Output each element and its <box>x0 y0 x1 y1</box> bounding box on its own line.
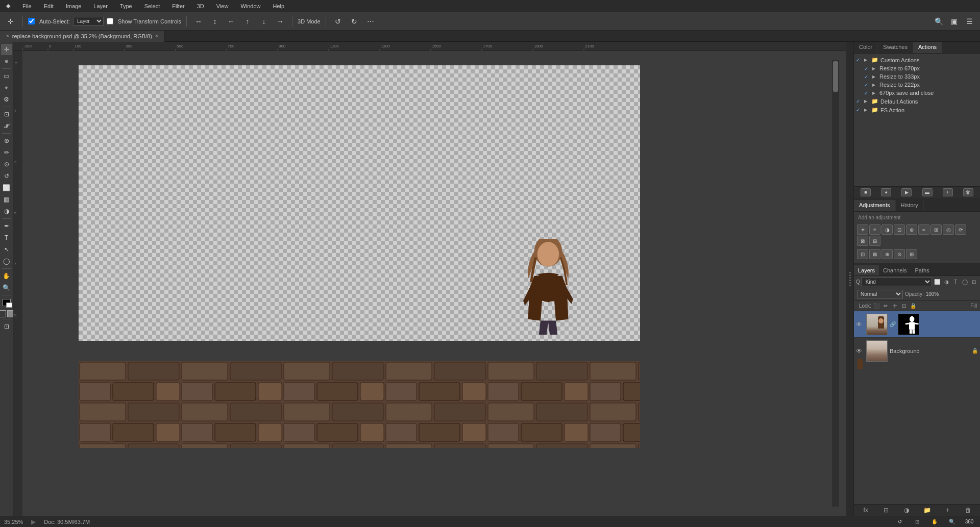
tab-color[interactable]: Color <box>854 42 878 53</box>
adj-color-balance[interactable]: ⊞ <box>930 224 942 235</box>
undo-btn[interactable]: ↺ <box>331 15 345 28</box>
background-color[interactable] <box>6 303 12 308</box>
action-group-fs-header[interactable]: ✓ ▶ 📁 FS Action <box>854 106 980 114</box>
actions-new-action-btn[interactable]: + <box>943 188 953 196</box>
adj-vibrance[interactable]: ⊕ <box>906 224 917 235</box>
align-right-btn[interactable]: ← <box>225 15 238 28</box>
menu-edit[interactable]: Edit <box>42 2 56 10</box>
tab-layers[interactable]: Layers <box>854 265 879 275</box>
menu-3d[interactable]: 3D <box>195 2 206 10</box>
menu-view[interactable]: View <box>214 2 231 10</box>
shape-tool[interactable]: ◯ <box>1 256 12 267</box>
tab-paths[interactable]: Paths <box>911 265 934 275</box>
filter-adj-btn[interactable]: ◑ <box>942 278 950 286</box>
actions-stop-btn[interactable]: ■ <box>861 188 871 196</box>
arrange-btn[interactable]: ▣ <box>947 15 961 28</box>
tab-adjustments[interactable]: Adjustments <box>854 200 896 211</box>
doc-tab-close-x[interactable]: × <box>6 33 9 39</box>
adj-curves[interactable]: ◑ <box>881 224 893 235</box>
fx-btn[interactable]: fx <box>861 506 871 514</box>
quick-mask-off[interactable] <box>0 310 6 317</box>
adj-bw[interactable]: ◎ <box>943 224 954 235</box>
action-resize-670[interactable]: ✓ ▶ Resize to 670px <box>854 64 980 72</box>
status-expand-arrow[interactable]: ▶ <box>31 518 36 525</box>
crop-tool[interactable]: ⊡ <box>1 109 12 120</box>
eraser-tool[interactable]: ⬜ <box>1 182 12 193</box>
lock-paint-btn[interactable]: ✏ <box>881 302 890 310</box>
menu-ps[interactable]: ◆ <box>4 2 12 10</box>
filter-type-btn[interactable]: T <box>951 278 960 286</box>
show-transform-checkbox[interactable] <box>107 18 113 24</box>
gradient-tool[interactable]: ▦ <box>1 194 12 205</box>
menu-type[interactable]: Type <box>118 2 134 10</box>
menu-help[interactable]: Help <box>271 2 287 10</box>
adj-channel-mixer[interactable]: ⊠ <box>857 236 868 246</box>
blend-mode-select[interactable]: Normal Multiply Screen Overlay <box>857 290 903 298</box>
tab-history[interactable]: History <box>896 200 924 211</box>
adj-selective-color[interactable]: ⊞ <box>906 249 917 259</box>
screen-mode[interactable]: ⊡ <box>1 321 12 332</box>
canvas-viewport[interactable] <box>22 60 839 516</box>
workspace-btn[interactable]: ☰ <box>963 15 976 28</box>
dodge-tool[interactable]: ◑ <box>1 206 12 217</box>
align-bottom-btn[interactable]: → <box>274 15 287 28</box>
tab-actions[interactable]: Actions <box>913 42 942 53</box>
action-670-save-close[interactable]: ✓ ▶ 670px save and close <box>854 89 980 97</box>
artboard-tool[interactable]: ⊕ <box>1 56 12 67</box>
layer-item-background[interactable]: 👁 Background 🔒 <box>854 338 980 364</box>
auto-select-checkbox[interactable] <box>28 18 35 24</box>
new-layer-btn[interactable]: + <box>943 506 953 514</box>
layer-1-eye[interactable]: 👁 <box>856 321 864 328</box>
canvas-scroll[interactable]: 0 1 3 5 7 9 <box>13 51 846 516</box>
align-mid-btn[interactable]: ↓ <box>257 15 271 28</box>
history-brush-tool[interactable]: ↺ <box>1 170 12 182</box>
actions-delete-btn[interactable]: 🗑 <box>963 188 973 196</box>
extras-btn[interactable]: ⋯ <box>364 15 377 28</box>
new-fill-adj-btn[interactable]: ◑ <box>901 506 912 514</box>
adj-gradient-map[interactable]: ⊙ <box>894 249 905 259</box>
status-hand-btn[interactable]: ✋ <box>928 515 941 528</box>
filter-smart-btn[interactable]: ⊡ <box>970 278 978 286</box>
delete-layer-btn[interactable]: 🗑 <box>963 506 973 514</box>
filter-pixel-btn[interactable]: ⬜ <box>933 278 941 286</box>
select-rect-tool[interactable]: ▭ <box>1 70 12 82</box>
background-eye[interactable]: 👁 <box>856 347 864 355</box>
foreground-color[interactable] <box>3 299 11 306</box>
pen-tool[interactable]: ✒ <box>1 220 12 232</box>
quick-select-tool[interactable]: ⚙ <box>1 94 12 105</box>
redo-btn[interactable]: ↻ <box>348 15 361 28</box>
action-resize-222[interactable]: ✓ ▶ Resize to 222px <box>854 81 980 89</box>
adj-invert[interactable]: ⊡ <box>857 249 868 259</box>
doc-tab[interactable]: × replace background.psd @ 35.2% (Backgr… <box>0 31 165 42</box>
adj-hue-sat[interactable]: ≈ <box>918 224 929 235</box>
menu-file[interactable]: File <box>20 2 34 10</box>
menu-layer[interactable]: Layer <box>91 2 110 10</box>
menu-filter[interactable]: Filter <box>170 2 186 10</box>
filter-shape-btn[interactable]: ◯ <box>961 278 969 286</box>
menu-window[interactable]: Window <box>238 2 262 10</box>
move-tool[interactable]: ✛ <box>1 44 12 55</box>
actions-new-set-btn[interactable]: ▬ <box>922 188 933 196</box>
path-select-tool[interactable]: ↖ <box>1 244 12 255</box>
text-tool[interactable]: T <box>1 232 12 243</box>
eyedropper-tool[interactable]: 🖇 <box>1 120 12 132</box>
status-360-btn[interactable]: 360 <box>963 515 976 528</box>
status-rotate-btn[interactable]: ↺ <box>893 515 906 528</box>
tab-channels[interactable]: Channels <box>879 265 911 275</box>
lock-all-btn[interactable]: 🔒 <box>909 302 917 310</box>
align-left-btn[interactable]: ↔ <box>192 15 205 28</box>
lock-pixels-btn[interactable]: ⬛ <box>872 302 880 310</box>
tab-swatches[interactable]: Swatches <box>878 42 913 53</box>
lock-artboard-btn[interactable]: ⊡ <box>900 302 908 310</box>
hand-tool[interactable]: ✋ <box>1 270 12 282</box>
menu-image[interactable]: Image <box>64 2 84 10</box>
move-tool-btn[interactable]: ✛ <box>4 15 17 28</box>
auto-select-dropdown[interactable]: Layer Group <box>73 17 104 26</box>
spot-heal-tool[interactable]: ⊕ <box>1 135 12 146</box>
adj-color-lookup[interactable]: ⊞ <box>869 236 880 246</box>
adj-threshold[interactable]: ⊕ <box>881 249 893 259</box>
menu-select[interactable]: Select <box>142 2 162 10</box>
adj-levels[interactable]: ≡ <box>869 224 880 235</box>
new-group-btn[interactable]: 📁 <box>922 506 933 514</box>
action-resize-333[interactable]: ✓ ▶ Resize to 333px <box>854 72 980 81</box>
